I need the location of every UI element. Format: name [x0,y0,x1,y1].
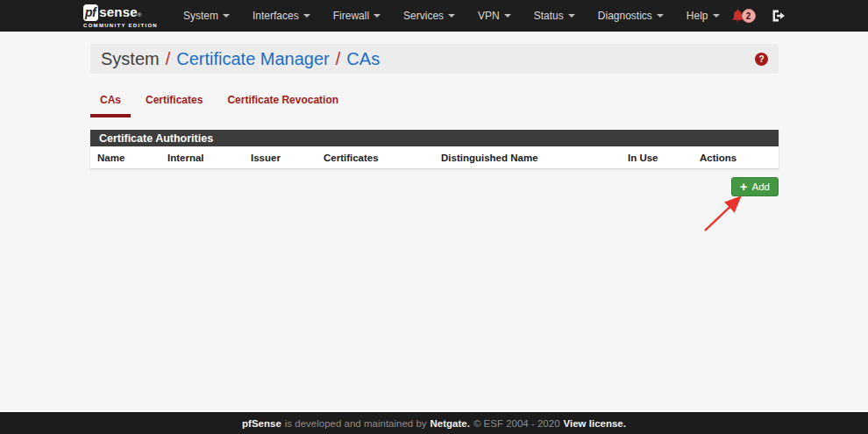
table-header-row: Name Internal Issuer Certificates Distin… [90,146,779,168]
registered-mark: ® [138,12,141,18]
certificate-authorities-table: Name Internal Issuer Certificates Distin… [90,146,779,168]
tab-certificates[interactable]: Certificates [136,89,212,117]
breadcrumb: System / Certificate Manager / CAs ? [90,44,779,74]
menu-item-diagnostics[interactable]: Diagnostics [587,0,675,32]
caret-down-icon [303,14,310,18]
menu-item-status[interactable]: Status [523,0,587,32]
main-menu: System Interfaces Firewall Services VPN … [172,0,731,32]
breadcrumb-section: System [101,49,160,69]
top-navbar: pfsense® COMMUNITY EDITION System Interf… [0,0,868,32]
footer-view-license-link[interactable]: View license. [564,418,626,429]
help-icon[interactable]: ? [755,53,768,66]
caret-down-icon [374,14,381,18]
tab-certificate-revocation[interactable]: Certificate Revocation [217,89,348,117]
add-button-label: Add [752,181,770,192]
caret-down-icon [568,14,575,18]
certificate-authorities-panel: Certificate Authorities Name Internal Is… [90,130,779,168]
footer-maintained-text: is developed and maintained by [285,418,427,429]
caret-down-icon [713,14,720,18]
column-header-certificates: Certificates [317,146,434,168]
pfsense-logo-pf: pf [83,4,98,21]
breadcrumb-link-certificate-manager[interactable]: Certificate Manager [176,49,330,69]
notification-count-badge: 2 [742,9,756,23]
pfsense-logo-wordmark: pfsense® [83,4,158,21]
caret-down-icon [448,14,455,18]
footer-netgate-link[interactable]: Netgate. [430,418,470,429]
column-header-distinguished-name: Distinguished Name [434,146,621,168]
notifications-bell-icon[interactable]: 2 [731,9,756,23]
pfsense-logo-sense: sense [99,5,138,18]
logout-icon[interactable] [772,10,786,22]
footer-pfsense-text: pfSense [242,418,281,429]
footer-copyright: © ESF 2004 - 2020 [473,418,560,429]
breadcrumb-link-cas[interactable]: CAs [346,49,380,69]
menu-item-interfaces[interactable]: Interfaces [241,0,322,32]
footer: pfSense is developed and maintained by N… [0,410,868,434]
breadcrumb-separator: / [336,49,341,69]
tab-bar: CAs Certificates Certificate Revocation [90,89,868,117]
tab-cas[interactable]: CAs [90,89,131,117]
community-edition-label: COMMUNITY EDITION [83,23,158,28]
caret-down-icon [657,14,664,18]
column-header-issuer: Issuer [244,146,317,168]
add-button[interactable]: + Add [731,177,779,196]
menu-item-firewall[interactable]: Firewall [322,0,392,32]
menu-item-vpn[interactable]: VPN [466,0,523,32]
pfsense-logo[interactable]: pfsense® COMMUNITY EDITION [83,4,158,28]
plus-icon: + [740,180,748,193]
panel-title: Certificate Authorities [90,130,779,146]
column-header-internal: Internal [160,146,244,168]
navbar-right: 2 [731,9,786,23]
add-button-row: + Add [0,177,779,196]
page-title: System / Certificate Manager / CAs [101,49,380,69]
menu-item-help[interactable]: Help [675,0,731,32]
menu-item-system[interactable]: System [172,0,241,32]
caret-down-icon [223,14,230,18]
column-header-in-use: In Use [621,146,693,168]
breadcrumb-separator: / [166,49,171,69]
menu-item-services[interactable]: Services [392,0,466,32]
sign-out-glyph [772,10,786,22]
caret-down-icon [504,14,511,18]
column-header-actions: Actions [693,146,779,168]
column-header-name: Name [90,146,160,168]
